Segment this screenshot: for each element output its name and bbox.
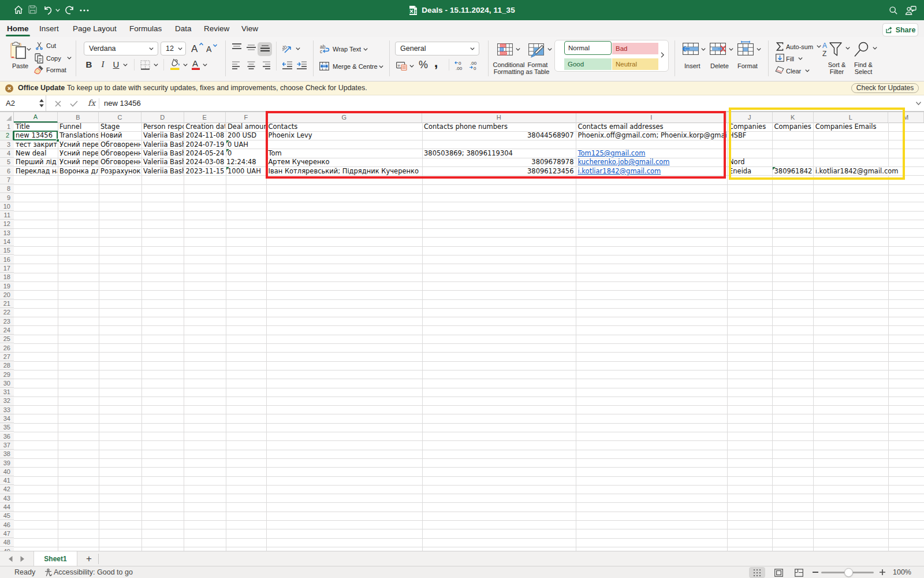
clear-label[interactable]: Clear — [786, 68, 801, 75]
cell-B1[interactable]: Funnel — [58, 123, 98, 131]
row-header-27[interactable]: 27 — [0, 353, 14, 361]
tab-formulas[interactable]: Formulas — [129, 20, 162, 37]
accounting-format-button[interactable]: ¤ — [396, 62, 407, 71]
normal-view-icon[interactable] — [753, 569, 761, 577]
row-header-10[interactable]: 10 — [0, 202, 14, 211]
row-header-33[interactable]: 33 — [0, 406, 14, 414]
merge-chevron-icon[interactable] — [379, 65, 383, 68]
row-header-48[interactable]: 48 — [0, 538, 14, 547]
formula-expand-icon[interactable] — [916, 102, 921, 105]
row-header-25[interactable]: 25 — [0, 335, 14, 343]
row-header-28[interactable]: 28 — [0, 361, 14, 370]
cell-D1[interactable]: Person respo — [141, 123, 184, 131]
decrease-decimal-button[interactable]: .000 — [469, 61, 478, 70]
copy-label[interactable]: Copy — [46, 55, 61, 62]
cell-D4[interactable]: Valeriia Bash — [141, 149, 184, 157]
row-header-24[interactable]: 24 — [0, 326, 14, 335]
orientation-button[interactable]: ab — [282, 44, 293, 54]
underline-button[interactable]: U — [112, 59, 120, 69]
cell-C3[interactable]: Обговоренн — [99, 140, 141, 149]
copy-button[interactable] — [34, 53, 43, 64]
sort-filter-label[interactable]: Sort &Filter — [822, 62, 851, 75]
font-color-button[interactable]: A — [191, 58, 200, 70]
insert-cells-chevron-icon[interactable] — [701, 48, 706, 51]
italic-button[interactable]: I — [100, 59, 106, 69]
row-header-35[interactable]: 35 — [0, 423, 14, 432]
cell-E5[interactable]: 2024-03-08 12:24:48 — [184, 158, 266, 166]
cancel-icon[interactable] — [55, 101, 61, 107]
tab-view[interactable]: View — [241, 20, 258, 37]
cell-B3[interactable]: Усний перек — [58, 140, 98, 149]
paste-menu-chevron-icon[interactable] — [27, 48, 31, 51]
presence-icon[interactable] — [905, 6, 916, 15]
comma-style-button[interactable]: , — [433, 56, 439, 69]
increase-font-button[interactable]: A — [191, 42, 204, 54]
row-header-36[interactable]: 36 — [0, 432, 14, 441]
font-size-combo[interactable]: 12 — [161, 42, 186, 55]
underline-chevron-icon[interactable] — [123, 64, 128, 66]
merge-centre-button[interactable] — [319, 62, 329, 71]
row-header-11[interactable]: 11 — [0, 211, 14, 220]
align-left-button[interactable] — [232, 61, 241, 69]
insert-function-icon[interactable]: fx — [88, 98, 95, 108]
format-cells-button[interactable] — [737, 40, 754, 55]
fill-color-button[interactable] — [170, 58, 181, 70]
fill-label[interactable]: Fill — [786, 55, 794, 62]
align-middle-button[interactable] — [247, 45, 256, 52]
cell-F4[interactable]: 0 — [226, 149, 266, 157]
row-header-42[interactable]: 42 — [0, 485, 14, 494]
cell-C6[interactable]: Розрахунок — [99, 167, 141, 175]
name-box-stepper[interactable] — [39, 99, 44, 108]
row-header-49[interactable]: 49 — [0, 547, 14, 551]
share-button[interactable]: Share — [882, 23, 918, 36]
cell-C2[interactable]: Новий — [99, 131, 141, 139]
format-cells-label[interactable]: Format — [737, 62, 758, 69]
autosum-label[interactable]: Auto-sum — [786, 43, 813, 50]
row-header-20[interactable]: 20 — [0, 291, 14, 299]
row-header-32[interactable]: 32 — [0, 397, 14, 405]
fill-color-chevron-icon[interactable] — [183, 64, 188, 66]
cell-C4[interactable]: Обговоренн — [99, 149, 141, 157]
row-header-6[interactable]: 6 — [0, 167, 14, 176]
cut-label[interactable]: Cut — [46, 42, 56, 49]
row-header-15[interactable]: 15 — [0, 246, 14, 255]
bold-button[interactable]: B — [85, 59, 93, 69]
row-header-8[interactable]: 8 — [0, 184, 14, 193]
page-layout-view-icon[interactable] — [774, 569, 783, 577]
row-header-22[interactable]: 22 — [0, 308, 14, 317]
column-header-D[interactable]: D — [141, 112, 184, 123]
align-top-button[interactable] — [232, 43, 241, 51]
cell-E3[interactable]: 2024-07-19 — [184, 140, 226, 149]
row-header-2[interactable]: 2 — [0, 131, 14, 140]
cell-F3[interactable]: 0 UAH — [226, 140, 266, 149]
cell-D2[interactable]: Valeriia Bash — [141, 131, 184, 139]
delete-cells-chevron-icon[interactable] — [729, 48, 733, 51]
wrap-text-chevron-icon[interactable] — [363, 48, 368, 51]
borders-chevron-icon[interactable] — [154, 64, 158, 66]
tab-page-layout[interactable]: Page Layout — [73, 20, 117, 37]
cell-F2[interactable]: 200 USD — [226, 131, 266, 139]
row-header-13[interactable]: 13 — [0, 229, 14, 238]
font-name-combo[interactable]: Verdana — [84, 42, 158, 55]
cell-style-neutral[interactable]: Neutral — [612, 58, 658, 70]
cell-B6[interactable]: Воронка для — [58, 167, 98, 175]
align-right-button[interactable] — [261, 61, 270, 69]
sort-filter-button[interactable]: AZ — [822, 42, 843, 57]
row-header-47[interactable]: 47 — [0, 529, 14, 538]
conditional-formatting-button[interactable] — [497, 43, 513, 55]
search-icon[interactable] — [889, 6, 897, 14]
paste-label[interactable]: Paste — [12, 62, 28, 69]
row-header-9[interactable]: 9 — [0, 193, 14, 202]
decrease-indent-button[interactable] — [282, 61, 292, 69]
merge-centre-label[interactable]: Merge & Centre — [333, 63, 378, 70]
enter-icon[interactable] — [70, 101, 78, 107]
fill-handle[interactable] — [56, 139, 59, 142]
cell-C5[interactable]: Обговоренн — [99, 158, 141, 166]
decrease-font-button[interactable]: A — [206, 43, 218, 54]
cell-F1[interactable]: Deal amoun — [226, 123, 266, 131]
autosum-button[interactable] — [776, 42, 784, 51]
delete-cells-label[interactable]: Delete — [710, 62, 729, 69]
cell-D5[interactable]: Valeriia Bash — [141, 158, 184, 166]
increase-decimal-button[interactable]: 0.00 — [454, 61, 464, 70]
wrap-text-button[interactable]: abc — [320, 45, 330, 54]
